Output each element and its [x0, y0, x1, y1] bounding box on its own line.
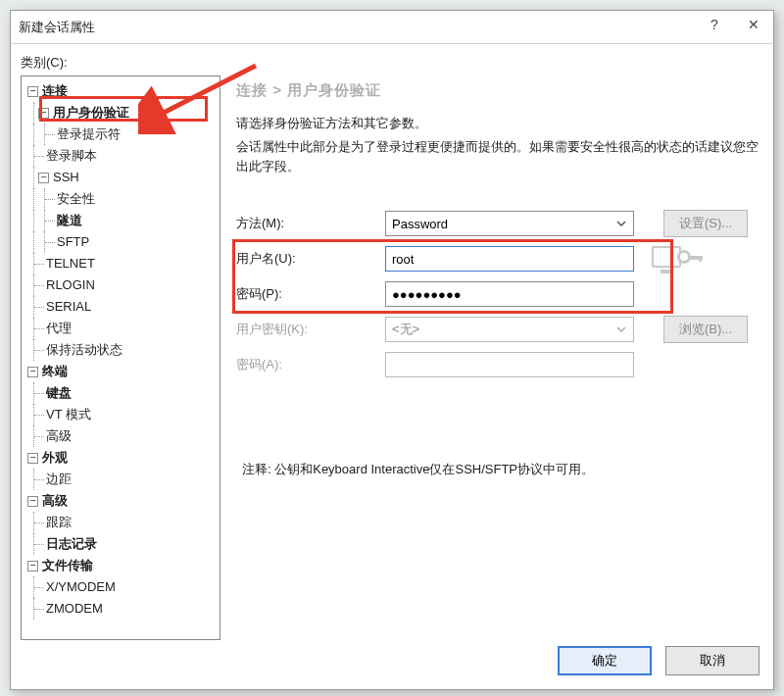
method-combo[interactable]: Password — [385, 211, 634, 236]
tree-item-proxy[interactable]: 代理 — [22, 318, 220, 339]
session-properties-dialog: 新建会话属性 ? ✕ 类别(C): − 连接 − 用户身份验证 登录提示符 — [10, 10, 774, 690]
cancel-button[interactable]: 取消 — [665, 646, 760, 675]
window-title: 新建会话属性 — [19, 19, 95, 36]
tree-item-logging[interactable]: 日志记录 — [22, 533, 220, 555]
tree-item-tunnel[interactable]: 隧道 — [22, 210, 220, 231]
tree-item-rlogin[interactable]: RLOGIN — [22, 274, 220, 296]
password2-input — [385, 352, 634, 377]
tree-item-advanced[interactable]: − 高级 — [22, 490, 220, 512]
password-label: 密码(P): — [236, 285, 385, 303]
username-input[interactable] — [385, 246, 634, 272]
titlebar: 新建会话属性 ? ✕ — [11, 11, 773, 44]
tree-item-login-prompt[interactable]: 登录提示符 — [22, 124, 220, 145]
tree-item-serial[interactable]: SERIAL — [22, 296, 220, 318]
dialog-buttons: 确定 取消 — [558, 646, 760, 675]
tree-item-connection[interactable]: − 连接 — [22, 80, 220, 102]
tree-item-file-transfer[interactable]: − 文件传输 — [22, 555, 220, 576]
browse-button: 浏览(B)... — [663, 316, 748, 343]
tree-item-user-auth[interactable]: − 用户身份验证 — [22, 102, 220, 124]
tree-item-zmodem[interactable]: ZMODEM — [22, 598, 220, 620]
userkey-label: 用户密钥(K): — [236, 321, 385, 338]
category-tree[interactable]: − 连接 − 用户身份验证 登录提示符 登录脚本 − SSH — [21, 75, 220, 640]
method-label: 方法(M): — [236, 215, 385, 232]
tree-item-security[interactable]: 安全性 — [22, 188, 220, 210]
key-icon — [652, 244, 703, 273]
chevron-down-icon — [612, 214, 631, 233]
tree-item-margin[interactable]: 边距 — [22, 469, 220, 490]
tree-item-keyboard[interactable]: 键盘 — [22, 382, 220, 404]
tree-item-telnet[interactable]: TELNET — [22, 253, 220, 274]
tree-item-xymodem[interactable]: X/YMODEM — [22, 576, 220, 598]
description-line2: 会话属性中此部分是为了登录过程更便捷而提供的。如果需要安全性很高的状态的话建议您… — [236, 137, 765, 176]
note-text: 注释: 公钥和Keyboard Interactive仅在SSH/SFTP协议中… — [242, 461, 765, 478]
password2-label: 密码(A): — [236, 356, 385, 373]
ok-button[interactable]: 确定 — [558, 646, 652, 675]
settings-button: 设置(S)... — [663, 210, 748, 237]
password-input[interactable] — [385, 281, 634, 307]
tree-item-appearance[interactable]: − 外观 — [22, 447, 220, 469]
settings-pane: 连接 > 用户身份验证 请选择身份验证方法和其它参数。 会话属性中此部分是为了登… — [230, 75, 765, 640]
tree-item-vt-mode[interactable]: VT 模式 — [22, 404, 220, 425]
tree-item-advanced-term[interactable]: 高级 — [22, 425, 220, 447]
window-controls: ? ✕ — [695, 11, 773, 38]
tree-item-login-script[interactable]: 登录脚本 — [22, 145, 220, 167]
chevron-down-icon — [612, 320, 631, 339]
username-label: 用户名(U): — [236, 250, 385, 268]
breadcrumb: 连接 > 用户身份验证 — [236, 81, 765, 100]
help-icon[interactable]: ? — [695, 11, 734, 38]
tree-item-sftp[interactable]: SFTP — [22, 231, 220, 253]
description-line1: 请选择身份验证方法和其它参数。 — [236, 114, 765, 133]
close-icon[interactable]: ✕ — [734, 11, 773, 38]
userkey-combo: <无> — [385, 317, 634, 342]
tree-item-ssh[interactable]: − SSH — [22, 167, 220, 188]
tree-item-terminal[interactable]: − 终端 — [22, 361, 220, 382]
category-label: 类别(C): — [21, 54, 765, 72]
tree-item-trace[interactable]: 跟踪 — [22, 512, 220, 533]
tree-item-keep-alive[interactable]: 保持活动状态 — [22, 339, 220, 361]
